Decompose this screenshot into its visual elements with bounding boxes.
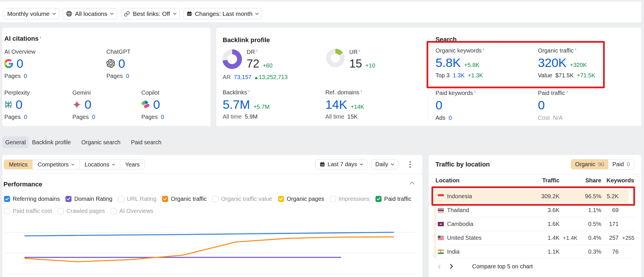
- paid-traffic-value[interactable]: 0: [538, 98, 545, 112]
- chevron-down-icon: [110, 13, 114, 15]
- best-links-dropdown[interactable]: Best links: Off: [121, 8, 180, 19]
- ai-citations-card: AI citationsi AI Overview 0 Pages0 ChatG…: [2, 28, 211, 126]
- triangle-up-icon: [255, 76, 258, 79]
- pages-value[interactable]: 0: [92, 114, 95, 123]
- traffic-value: 3.6K: [525, 207, 559, 214]
- info-icon[interactable]: i: [256, 48, 258, 53]
- location-name[interactable]: Indonesia: [447, 193, 472, 200]
- pager-prev-button[interactable]: [435, 263, 443, 270]
- metric-toggle[interactable]: Organic traffic: [162, 196, 206, 202]
- info-icon[interactable]: i: [361, 89, 362, 93]
- metric-toggle[interactable]: Impressions: [330, 196, 370, 202]
- collapse-section-button[interactable]: [410, 181, 415, 185]
- ar-delta: 13,252,713: [255, 74, 288, 81]
- location-name[interactable]: Thailand: [447, 207, 469, 214]
- compare-top5-link[interactable]: Compare top 5 on chart: [472, 263, 533, 270]
- tab-organic-search[interactable]: Organic search: [78, 136, 123, 148]
- checkbox-checked[interactable]: [65, 196, 72, 202]
- pager-next-button[interactable]: [447, 262, 455, 270]
- checkbox-checked[interactable]: [375, 196, 382, 202]
- location-name[interactable]: Cambodia: [447, 221, 473, 227]
- granularity-dropdown[interactable]: Daily: [371, 159, 398, 169]
- segment-locations[interactable]: Locations: [80, 160, 120, 169]
- metric-toggle[interactable]: Organic pages: [278, 196, 324, 202]
- monthly-volume-dropdown[interactable]: Monthly volume: [4, 8, 59, 19]
- backlinks-block: Backlinksi 5.7M+5.7M All time5.9M: [223, 89, 270, 120]
- ai-item-label: AI Overview: [4, 48, 71, 55]
- pages-value[interactable]: 0: [24, 73, 27, 82]
- segment-years[interactable]: Years: [120, 160, 144, 169]
- dr-block: DRi 72+60: [247, 49, 273, 70]
- date-range-dropdown[interactable]: Last 7 days: [315, 159, 367, 169]
- organic-traffic-value[interactable]: 320K: [538, 56, 566, 70]
- location-name[interactable]: United States: [447, 235, 482, 241]
- checkbox-unchecked[interactable]: [212, 196, 218, 202]
- column-header-share[interactable]: Share: [567, 177, 601, 184]
- metric-toggle[interactable]: Domain Rating: [65, 196, 112, 202]
- checkbox-checked[interactable]: [162, 196, 168, 202]
- checkbox-checked[interactable]: [4, 196, 10, 202]
- organic-keywords-delta: +5.8K: [464, 62, 479, 68]
- info-icon[interactable]: i: [566, 89, 568, 94]
- info-icon[interactable]: i: [359, 48, 360, 53]
- organic-keywords-value[interactable]: 5.8K: [435, 56, 461, 70]
- backlinks-value[interactable]: 5.7M: [223, 98, 250, 112]
- metric-toggle[interactable]: Crawled pages: [58, 208, 105, 214]
- ai-item-label: Gemini: [72, 89, 139, 96]
- checkbox-unchecked[interactable]: [58, 208, 64, 214]
- traffic-by-location-title: Traffic by location: [435, 161, 490, 168]
- monthly-volume-label: Monthly volume: [7, 10, 50, 17]
- column-header-keywords[interactable]: Keywords: [607, 177, 634, 184]
- paid-keywords-value[interactable]: 0: [435, 98, 442, 112]
- section-divider: [429, 174, 641, 174]
- metric-toggle[interactable]: Organic traffic value: [212, 196, 272, 202]
- metric-toggle[interactable]: Paid traffic: [375, 196, 411, 202]
- pages-value[interactable]: 0: [24, 114, 27, 123]
- metric-toggle[interactable]: URL Rating: [118, 196, 157, 202]
- segment-metrics[interactable]: Metrics: [4, 160, 33, 169]
- toggle-organic[interactable]: Organic90: [571, 160, 608, 169]
- location-name[interactable]: India: [447, 248, 459, 255]
- info-icon[interactable]: i: [248, 89, 249, 93]
- checkbox-unchecked[interactable]: [330, 196, 336, 202]
- pages-label: Pages: [4, 73, 21, 79]
- segment-competitors[interactable]: Competitors: [33, 160, 80, 169]
- flag-us-icon: [438, 236, 444, 240]
- keywords-value[interactable]: 69: [590, 207, 619, 214]
- checkbox-unchecked[interactable]: [118, 196, 124, 202]
- toggle-paid[interactable]: Paid0: [608, 160, 634, 169]
- ads-value[interactable]: 0: [448, 115, 452, 121]
- keywords-value[interactable]: 5.2K: [590, 193, 619, 200]
- changes-dropdown[interactable]: Changes: Last month: [183, 8, 262, 19]
- tab-paid-search[interactable]: Paid search: [128, 136, 164, 148]
- info-icon[interactable]: i: [575, 47, 576, 51]
- keywords-value[interactable]: 171: [590, 221, 619, 227]
- column-header-traffic[interactable]: Traffic: [525, 177, 559, 184]
- top3-value[interactable]: 1.3K: [453, 72, 465, 79]
- checkbox-unchecked[interactable]: [111, 208, 117, 214]
- locations-filter-dropdown[interactable]: All locations: [63, 8, 117, 19]
- tab-general[interactable]: General: [2, 136, 29, 148]
- ar-value[interactable]: 73,157: [234, 74, 251, 81]
- metric-toggle[interactable]: Paid traffic cost: [4, 208, 52, 214]
- metric-toggle[interactable]: Referring domains: [4, 196, 60, 202]
- info-icon[interactable]: i: [474, 89, 476, 94]
- column-header-location[interactable]: Location: [435, 177, 459, 184]
- dr-value: 72: [247, 57, 259, 70]
- pages-value[interactable]: 0: [161, 114, 164, 123]
- tab-backlink-profile[interactable]: Backlink profile: [29, 136, 74, 148]
- checkbox-checked[interactable]: [278, 196, 284, 202]
- info-icon[interactable]: i: [483, 47, 484, 51]
- ref-domains-value[interactable]: 14K: [325, 98, 347, 112]
- keywords-value[interactable]: 76: [590, 248, 619, 255]
- checkbox-unchecked[interactable]: [4, 208, 10, 214]
- chart-series: [25, 232, 394, 236]
- metric-toggle[interactable]: AI Overviews: [111, 208, 153, 214]
- performance-line-chart[interactable]: [2, 219, 422, 277]
- traffic-by-location-card: Traffic by location Organic90 Paid0 Loca…: [429, 155, 641, 277]
- keywords-value[interactable]: 257: [590, 235, 619, 241]
- info-icon[interactable]: i: [40, 35, 41, 40]
- gemini-icon: [72, 100, 81, 109]
- more-options-button[interactable]: [405, 159, 415, 169]
- pages-value[interactable]: 0: [126, 73, 129, 82]
